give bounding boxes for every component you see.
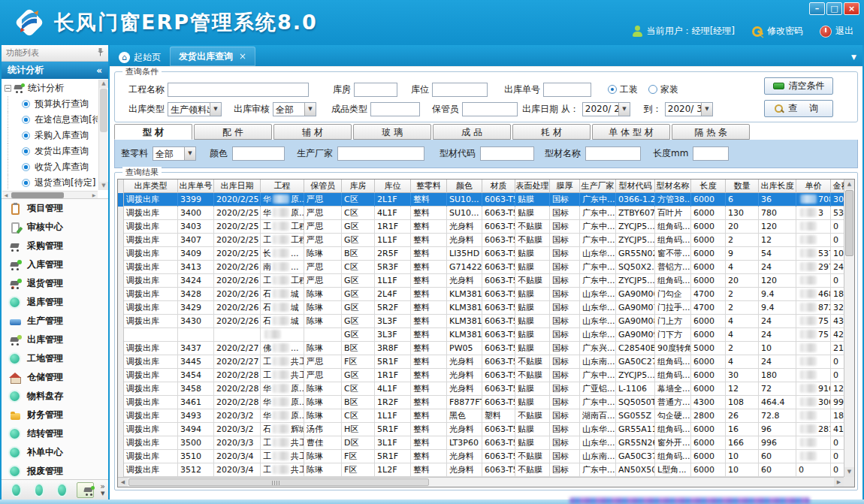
tree-item[interactable]: 收货入库查询 xyxy=(8,159,98,175)
date-from-select[interactable]: 2020/ 2/16▼ xyxy=(582,102,630,116)
column-header[interactable]: 出库日期 xyxy=(214,180,261,193)
sidebar-group-item[interactable]: 结转管理 xyxy=(2,424,108,443)
sidebar-group-item[interactable]: 仓储管理 xyxy=(2,368,108,387)
product-type-input[interactable] xyxy=(370,102,420,116)
sidebar-group-item[interactable]: 入库管理 xyxy=(2,255,108,274)
column-header[interactable]: 材质 xyxy=(482,180,515,193)
tree-item[interactable]: 退货查询[待定] xyxy=(8,175,98,190)
length-input[interactable] xyxy=(693,146,729,161)
scroll-thumb[interactable] xyxy=(128,478,429,486)
tree-item[interactable]: 预算执行查询 xyxy=(8,96,98,112)
radio-industrial-wrap[interactable]: 工装 xyxy=(608,83,638,96)
column-header[interactable]: 保管员 xyxy=(304,180,342,193)
column-header[interactable]: 型材代码 xyxy=(616,180,655,193)
sidebar-section-header[interactable]: 统计分析 « xyxy=(2,62,108,79)
color-input[interactable] xyxy=(232,146,285,161)
order-no-input[interactable] xyxy=(543,83,591,97)
table-row[interactable]: 调拨出库34282020/2/26石城陈琳G区2L4F整料KLM38176063… xyxy=(118,288,844,301)
material-tab[interactable]: 隔 热 条 xyxy=(672,124,750,140)
scroll-thumb[interactable] xyxy=(11,192,64,198)
scroll-thumb[interactable] xyxy=(845,190,853,256)
sidebar-group-item[interactable]: 审核中心 xyxy=(2,218,108,237)
column-header[interactable]: 整零料 xyxy=(411,180,447,193)
column-header[interactable]: 出库类型 xyxy=(124,180,178,193)
column-header[interactable]: 库位 xyxy=(375,180,411,193)
table-vertical-scrollbar[interactable]: ▲ ▼ xyxy=(844,180,854,477)
sidebar-group-item[interactable]: 补单中心 xyxy=(2,443,108,462)
sidebar-group-item[interactable]: 财务管理 xyxy=(2,406,108,424)
footer-circle-icon[interactable] xyxy=(58,484,66,496)
table-row[interactable]: 调拨出库34132020/2/26南...严思C区5R3F整料G71422606… xyxy=(118,261,844,274)
date-to-select[interactable]: 2020/ 3/16▼ xyxy=(665,102,713,116)
table-row[interactable]: 调拨出库34242020/2/26工工程严思G区1L1F整料光身料6063-T5… xyxy=(118,274,844,288)
material-tab[interactable]: 辅 材 xyxy=(273,124,352,140)
table-row[interactable]: 调拨出库34372020/2/27佛...陈琳B区3R8F整料PW056063-… xyxy=(118,342,844,355)
keeper-input[interactable] xyxy=(462,102,518,116)
column-header[interactable]: 表面处理 xyxy=(515,180,550,193)
table-row[interactable]: 调拨出库33992020/2/25华原...严思C区2L1F整料SU10...6… xyxy=(118,193,844,207)
part-select[interactable]: 全部▼ xyxy=(153,146,196,161)
scroll-left-icon[interactable]: ◀ xyxy=(118,478,128,487)
logout-button[interactable]: 退出 xyxy=(820,25,853,38)
maximize-button[interactable]: □ xyxy=(826,2,842,15)
radio-home-wrap[interactable]: 家装 xyxy=(648,83,678,96)
material-tab[interactable]: 耗 材 xyxy=(512,124,591,140)
radio-industrial[interactable] xyxy=(608,85,617,94)
sidebar-group-item[interactable]: 项目管理 xyxy=(2,199,108,218)
table-row[interactable]: 调拨出库35002020/3/3工共工程曹佳D区3L1F整料LT3P606063… xyxy=(118,436,844,450)
tab-home[interactable]: ⌂ 起始页 xyxy=(110,48,170,66)
sidebar-group-item[interactable]: 报废管理 xyxy=(2,462,108,479)
table-horizontal-scrollbar[interactable]: ◀ ▶ xyxy=(118,477,844,487)
scroll-right-icon[interactable]: ▶ xyxy=(90,192,98,199)
sidebar-group-item[interactable]: 退库管理 xyxy=(2,293,108,312)
tab-shipping-query[interactable]: 发货出库查询 × xyxy=(170,47,255,66)
scroll-right-icon[interactable]: ▶ xyxy=(834,478,844,487)
material-tab[interactable]: 单 体 型 材 xyxy=(592,124,670,140)
table-row[interactable]: 调拨出库34302020/2/26石城陈琳G区3L3F整料KLM38176063… xyxy=(118,315,844,328)
table-row[interactable]: 调拨出库34452020/2/27工共工程严思F区5R1F整料光身料6063-T… xyxy=(118,355,844,369)
table-row[interactable]: 调拨出库35102020/3/4工共工程陈琳F区5R1F整料光身料6063-T5… xyxy=(118,450,844,463)
tree-horizontal-scrollbar[interactable]: ◀ ▶ xyxy=(2,191,98,198)
column-header[interactable]: 出库长度 xyxy=(759,180,796,193)
material-tab[interactable]: 配 件 xyxy=(194,124,272,140)
table-row[interactable]: 调拨出库34292020/2/26石城陈琳G区5R2F整料KLM38176063… xyxy=(118,301,844,315)
column-header[interactable]: 库房 xyxy=(342,180,375,193)
code-input[interactable] xyxy=(480,146,534,161)
scroll-left-icon[interactable]: ◀ xyxy=(2,192,10,199)
tree-vertical-scrollbar[interactable]: ▲ ▼ xyxy=(98,80,107,190)
table-row[interactable]: 调拨出库34092020/2/25长...陈琳B区2R5F整料LI35HD606… xyxy=(118,247,844,261)
column-header[interactable]: 数量 xyxy=(726,180,759,193)
pin-icon[interactable] xyxy=(97,47,104,59)
tree-item[interactable]: 发货出库查询 xyxy=(8,143,98,159)
scroll-thumb[interactable] xyxy=(100,89,107,132)
column-header[interactable]: 颜色 xyxy=(447,180,482,193)
location-input[interactable] xyxy=(432,83,488,97)
dropdown-arrow-icon[interactable]: ▼ xyxy=(618,103,630,116)
column-header[interactable]: 出库单号 xyxy=(178,180,214,193)
dropdown-arrow-icon[interactable]: ▼ xyxy=(701,103,712,116)
sidebar-group-item[interactable]: 生产管理 xyxy=(2,312,108,330)
tab-overflow-caret-icon[interactable]: ▼ xyxy=(851,53,856,61)
material-tab[interactable]: 型 材 xyxy=(114,124,192,140)
table-row[interactable]: 调拨出库34002020/2/25华原...严思C区4L1F整料SU10...6… xyxy=(118,207,844,220)
column-header[interactable]: 生产厂家 xyxy=(580,180,616,193)
warehouse-input[interactable] xyxy=(354,83,397,97)
minimize-button[interactable]: – xyxy=(809,2,825,15)
dropdown-arrow-icon[interactable]: ▼ xyxy=(304,103,316,116)
search-button[interactable]: 查 询 xyxy=(764,100,833,117)
name-input[interactable] xyxy=(585,146,641,161)
tree-expander-icon[interactable] xyxy=(5,85,11,92)
table-row[interactable]: 调拨出库34612020/2/28华原...陈琳B区1R2F整料F8877FT6… xyxy=(118,396,844,409)
tree-root[interactable]: 统计分析 xyxy=(3,80,98,96)
scroll-down-icon[interactable]: ▼ xyxy=(99,182,108,190)
outbound-type-select[interactable]: 生产领料出库▼ xyxy=(168,102,222,116)
table-row[interactable]: 调拨出库34542020/2/28工共工程严思G区1R1F整料光身料6063-T… xyxy=(118,369,844,382)
overflow-chevron[interactable]: »▾ xyxy=(100,483,105,496)
scroll-up-icon[interactable]: ▲ xyxy=(844,180,854,189)
footer-cart-button[interactable] xyxy=(77,482,94,498)
sidebar-group-item[interactable]: 出库管理 xyxy=(2,330,108,349)
column-header[interactable]: 单价 xyxy=(796,180,831,193)
clear-conditions-button[interactable]: 清空条件 xyxy=(764,77,833,95)
footer-circle-icon[interactable] xyxy=(12,484,20,496)
close-button[interactable]: × xyxy=(844,2,859,15)
